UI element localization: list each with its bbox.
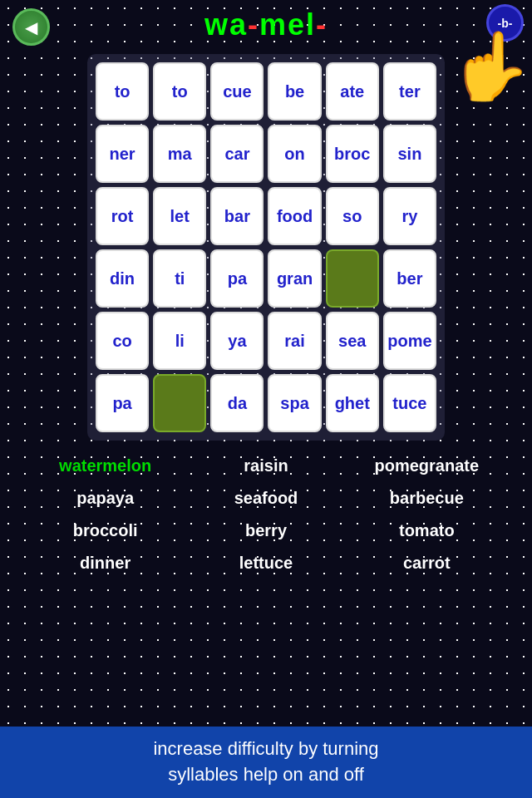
banner-text: increase difficulty by turning syllables… — [17, 736, 515, 788]
word-item[interactable]: tomato — [347, 518, 507, 544]
grid-cell[interactable]: be — [268, 62, 321, 121]
cell-label: tuce — [392, 394, 426, 413]
grid-cell[interactable]: ter — [383, 62, 436, 121]
grid-cell[interactable]: so — [326, 187, 379, 245]
grid-cell[interactable]: rot — [96, 187, 149, 245]
cell-label: on — [284, 145, 304, 164]
word-item[interactable]: watermelon — [25, 453, 185, 479]
cell-label: so — [342, 207, 362, 226]
cell-label: ghet — [335, 394, 370, 413]
word-list: watermelonraisinpomegranatepapayaseafood… — [25, 453, 507, 576]
grid-cell[interactable]: cue — [210, 62, 264, 121]
cell-label: ner — [110, 145, 135, 164]
cell-label: ber — [397, 269, 422, 288]
grid-cell[interactable]: ya — [210, 312, 264, 370]
grid-cell[interactable]: ber — [383, 249, 436, 308]
cell-label: pa — [228, 269, 247, 288]
banner-line1: increase difficulty by turning — [153, 738, 378, 759]
grid-cell[interactable]: spa — [268, 374, 321, 432]
cell-label: let — [170, 207, 190, 226]
grid-cell[interactable]: ate — [326, 62, 379, 121]
word-item[interactable]: seafood — [185, 485, 346, 511]
cell-label: be — [285, 82, 304, 101]
cell-label: to — [172, 82, 188, 101]
page-title: wa-mel- — [204, 7, 328, 42]
grid-cell[interactable]: gran — [268, 249, 321, 308]
cell-label: sea — [338, 332, 366, 351]
grid-cell[interactable]: ry — [383, 187, 436, 245]
cell-label: pome — [387, 332, 431, 351]
grid-cell[interactable]: rai — [268, 312, 321, 370]
cell-label: co — [112, 332, 131, 351]
grid-cell[interactable]: pome — [383, 312, 436, 370]
word-item[interactable]: carrot — [347, 550, 507, 576]
grid-cell[interactable]: pa — [96, 374, 149, 432]
back-button[interactable]: ◀ — [12, 8, 50, 46]
cell-label: din — [110, 269, 135, 288]
cell-label: pa — [112, 394, 131, 413]
word-item[interactable]: barbecue — [347, 485, 507, 511]
grid-cell[interactable]: ti — [153, 249, 206, 308]
grid-cell[interactable] — [153, 374, 206, 432]
word-item[interactable]: dinner — [25, 550, 185, 576]
cell-label: da — [228, 394, 247, 413]
cell-label: broc — [334, 145, 370, 164]
grid-cell[interactable]: let — [153, 187, 206, 245]
grid-cell[interactable]: ghet — [326, 374, 379, 432]
title-mel: mel — [259, 7, 316, 42]
grid-cell[interactable]: bar — [210, 187, 264, 245]
grid-cell[interactable]: food — [268, 187, 321, 245]
word-item[interactable]: raisin — [185, 453, 346, 479]
grid-cell[interactable]: sea — [326, 312, 379, 370]
cell-label: food — [277, 207, 313, 226]
word-item[interactable]: broccoli — [25, 518, 185, 544]
grid-cell[interactable]: on — [268, 125, 321, 183]
cell-label: rot — [111, 207, 134, 226]
hand-cursor-icon: 👆 — [457, 33, 532, 125]
grid-cell[interactable]: to — [153, 62, 206, 121]
cell-label: ry — [401, 207, 417, 226]
cell-label: cue — [223, 82, 251, 101]
cell-label: bar — [224, 207, 250, 226]
grid-cell[interactable]: sin — [383, 125, 436, 183]
cell-label: gran — [277, 269, 313, 288]
cell-label: ter — [399, 82, 421, 101]
grid-cell[interactable]: broc — [326, 125, 379, 183]
grid-cell[interactable]: to — [96, 62, 149, 121]
cell-label: ma — [168, 145, 192, 164]
cell-label: spa — [280, 394, 308, 413]
grid-cell[interactable]: ner — [96, 125, 149, 183]
syllable-grid: totocuebeateternermacaronbrocsinrotletba… — [87, 54, 445, 441]
cell-label: ti — [175, 269, 185, 288]
cell-label: sin — [397, 145, 421, 164]
title-wa: wa — [204, 7, 248, 42]
grid-cell[interactable] — [326, 249, 379, 308]
title-dash1: - — [248, 7, 259, 42]
back-icon: ◀ — [25, 17, 37, 37]
grid: totocuebeateternermacaronbrocsinrotletba… — [96, 62, 436, 432]
banner-line2: syllables help on and off — [168, 764, 364, 785]
grid-cell[interactable]: co — [96, 312, 149, 370]
cell-label: to — [115, 82, 131, 101]
cell-label: li — [175, 332, 185, 351]
word-item[interactable]: pomegranate — [347, 453, 507, 479]
cell-label: car — [224, 145, 249, 164]
grid-cell[interactable]: ma — [153, 125, 206, 183]
word-item[interactable]: papaya — [25, 485, 185, 511]
grid-cell[interactable]: pa — [210, 249, 264, 308]
title-dash2: - — [316, 7, 328, 42]
cell-label: ate — [340, 82, 364, 101]
word-item[interactable]: lettuce — [185, 550, 346, 576]
cell-label: ya — [228, 332, 246, 351]
word-item[interactable]: berry — [185, 518, 346, 544]
grid-cell[interactable]: li — [153, 312, 206, 370]
grid-cell[interactable]: din — [96, 249, 149, 308]
grid-cell[interactable]: tuce — [383, 374, 436, 432]
grid-cell[interactable]: da — [210, 374, 264, 432]
bottom-banner: increase difficulty by turning syllables… — [0, 727, 532, 798]
grid-cell[interactable]: car — [210, 125, 264, 183]
cell-label: rai — [284, 332, 304, 351]
